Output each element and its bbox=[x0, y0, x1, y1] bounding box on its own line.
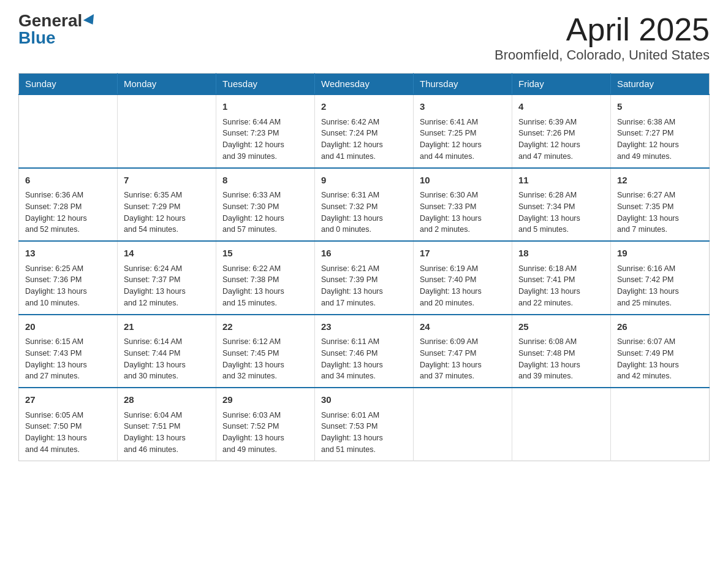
calendar-day-cell: 27Sunrise: 6:05 AM Sunset: 7:50 PM Dayli… bbox=[19, 388, 118, 461]
calendar-week-row: 13Sunrise: 6:25 AM Sunset: 7:36 PM Dayli… bbox=[19, 241, 710, 315]
calendar-day-cell: 7Sunrise: 6:35 AM Sunset: 7:29 PM Daylig… bbox=[118, 168, 216, 242]
calendar-day-cell: 3Sunrise: 6:41 AM Sunset: 7:25 PM Daylig… bbox=[414, 94, 512, 168]
calendar-day-cell: 13Sunrise: 6:25 AM Sunset: 7:36 PM Dayli… bbox=[19, 241, 118, 315]
calendar-day-cell: 9Sunrise: 6:31 AM Sunset: 7:32 PM Daylig… bbox=[315, 168, 414, 242]
calendar-day-cell: 8Sunrise: 6:33 AM Sunset: 7:30 PM Daylig… bbox=[216, 168, 315, 242]
day-number: 2 bbox=[321, 100, 407, 114]
calendar-day-cell bbox=[414, 388, 512, 461]
day-number: 9 bbox=[321, 174, 407, 188]
day-number: 24 bbox=[420, 320, 506, 334]
calendar-day-cell bbox=[19, 94, 118, 168]
col-friday: Friday bbox=[512, 74, 611, 95]
day-number: 16 bbox=[321, 247, 407, 261]
day-number: 18 bbox=[518, 247, 604, 261]
logo-arrow-icon bbox=[83, 14, 98, 28]
day-number: 8 bbox=[222, 174, 308, 188]
col-wednesday: Wednesday bbox=[315, 74, 414, 95]
day-info: Sunrise: 6:14 AM Sunset: 7:44 PM Dayligh… bbox=[124, 336, 210, 382]
day-info: Sunrise: 6:03 AM Sunset: 7:52 PM Dayligh… bbox=[222, 410, 308, 456]
calendar-day-cell: 10Sunrise: 6:30 AM Sunset: 7:33 PM Dayli… bbox=[414, 168, 512, 242]
calendar-day-cell: 23Sunrise: 6:11 AM Sunset: 7:46 PM Dayli… bbox=[315, 315, 414, 388]
calendar-week-row: 20Sunrise: 6:15 AM Sunset: 7:43 PM Dayli… bbox=[19, 315, 710, 388]
calendar-day-cell: 5Sunrise: 6:38 AM Sunset: 7:27 PM Daylig… bbox=[611, 94, 710, 168]
day-number: 30 bbox=[321, 393, 407, 407]
calendar-week-row: 1Sunrise: 6:44 AM Sunset: 7:23 PM Daylig… bbox=[19, 94, 710, 168]
day-number: 6 bbox=[25, 174, 111, 188]
day-number: 3 bbox=[420, 100, 506, 114]
day-number: 25 bbox=[518, 320, 604, 334]
day-number: 15 bbox=[222, 247, 308, 261]
calendar-day-cell bbox=[512, 388, 611, 461]
day-info: Sunrise: 6:28 AM Sunset: 7:34 PM Dayligh… bbox=[518, 190, 604, 236]
day-info: Sunrise: 6:24 AM Sunset: 7:37 PM Dayligh… bbox=[124, 263, 210, 309]
calendar-day-cell: 4Sunrise: 6:39 AM Sunset: 7:26 PM Daylig… bbox=[512, 94, 611, 168]
title-area: April 2025 Broomfield, Colorado, United … bbox=[495, 12, 710, 63]
day-info: Sunrise: 6:36 AM Sunset: 7:28 PM Dayligh… bbox=[25, 190, 111, 236]
day-info: Sunrise: 6:05 AM Sunset: 7:50 PM Dayligh… bbox=[25, 410, 111, 456]
calendar-day-cell: 21Sunrise: 6:14 AM Sunset: 7:44 PM Dayli… bbox=[118, 315, 216, 388]
calendar-day-cell: 19Sunrise: 6:16 AM Sunset: 7:42 PM Dayli… bbox=[611, 241, 710, 315]
day-number: 17 bbox=[420, 247, 506, 261]
page-title: April 2025 bbox=[495, 12, 710, 47]
calendar-body: 1Sunrise: 6:44 AM Sunset: 7:23 PM Daylig… bbox=[19, 94, 710, 461]
days-of-week-row: Sunday Monday Tuesday Wednesday Thursday… bbox=[19, 74, 710, 95]
day-number: 12 bbox=[617, 174, 703, 188]
day-number: 22 bbox=[222, 320, 308, 334]
calendar-day-cell: 18Sunrise: 6:18 AM Sunset: 7:41 PM Dayli… bbox=[512, 241, 611, 315]
calendar-day-cell: 28Sunrise: 6:04 AM Sunset: 7:51 PM Dayli… bbox=[118, 388, 216, 461]
day-info: Sunrise: 6:22 AM Sunset: 7:38 PM Dayligh… bbox=[222, 263, 308, 309]
col-sunday: Sunday bbox=[19, 74, 118, 95]
day-info: Sunrise: 6:09 AM Sunset: 7:47 PM Dayligh… bbox=[420, 336, 506, 382]
calendar-day-cell: 30Sunrise: 6:01 AM Sunset: 7:53 PM Dayli… bbox=[315, 388, 414, 461]
day-number: 26 bbox=[617, 320, 703, 334]
calendar-week-row: 27Sunrise: 6:05 AM Sunset: 7:50 PM Dayli… bbox=[19, 388, 710, 461]
logo: General Blue bbox=[18, 12, 97, 47]
day-number: 13 bbox=[25, 247, 111, 261]
logo-blue-text: Blue bbox=[18, 29, 56, 47]
day-info: Sunrise: 6:38 AM Sunset: 7:27 PM Dayligh… bbox=[617, 117, 703, 163]
day-info: Sunrise: 6:18 AM Sunset: 7:41 PM Dayligh… bbox=[518, 263, 604, 309]
col-tuesday: Tuesday bbox=[216, 74, 315, 95]
day-number: 11 bbox=[518, 174, 604, 188]
day-info: Sunrise: 6:01 AM Sunset: 7:53 PM Dayligh… bbox=[321, 410, 407, 456]
day-info: Sunrise: 6:33 AM Sunset: 7:30 PM Dayligh… bbox=[222, 190, 308, 236]
calendar-day-cell: 25Sunrise: 6:08 AM Sunset: 7:48 PM Dayli… bbox=[512, 315, 611, 388]
calendar-day-cell: 14Sunrise: 6:24 AM Sunset: 7:37 PM Dayli… bbox=[118, 241, 216, 315]
calendar-day-cell: 26Sunrise: 6:07 AM Sunset: 7:49 PM Dayli… bbox=[611, 315, 710, 388]
calendar-header: Sunday Monday Tuesday Wednesday Thursday… bbox=[19, 74, 710, 95]
day-info: Sunrise: 6:16 AM Sunset: 7:42 PM Dayligh… bbox=[617, 263, 703, 309]
day-info: Sunrise: 6:15 AM Sunset: 7:43 PM Dayligh… bbox=[25, 336, 111, 382]
day-number: 5 bbox=[617, 100, 703, 114]
logo-general-text: General bbox=[18, 12, 82, 29]
calendar-day-cell: 1Sunrise: 6:44 AM Sunset: 7:23 PM Daylig… bbox=[216, 94, 315, 168]
calendar-day-cell: 6Sunrise: 6:36 AM Sunset: 7:28 PM Daylig… bbox=[19, 168, 118, 242]
day-number: 23 bbox=[321, 320, 407, 334]
calendar-day-cell: 12Sunrise: 6:27 AM Sunset: 7:35 PM Dayli… bbox=[611, 168, 710, 242]
day-number: 19 bbox=[617, 247, 703, 261]
day-info: Sunrise: 6:07 AM Sunset: 7:49 PM Dayligh… bbox=[617, 336, 703, 382]
day-info: Sunrise: 6:25 AM Sunset: 7:36 PM Dayligh… bbox=[25, 263, 111, 309]
day-info: Sunrise: 6:44 AM Sunset: 7:23 PM Dayligh… bbox=[222, 117, 308, 163]
day-info: Sunrise: 6:11 AM Sunset: 7:46 PM Dayligh… bbox=[321, 336, 407, 382]
day-number: 20 bbox=[25, 320, 111, 334]
day-info: Sunrise: 6:42 AM Sunset: 7:24 PM Dayligh… bbox=[321, 117, 407, 163]
day-info: Sunrise: 6:30 AM Sunset: 7:33 PM Dayligh… bbox=[420, 190, 506, 236]
day-number: 14 bbox=[124, 247, 210, 261]
day-info: Sunrise: 6:31 AM Sunset: 7:32 PM Dayligh… bbox=[321, 190, 407, 236]
day-info: Sunrise: 6:21 AM Sunset: 7:39 PM Dayligh… bbox=[321, 263, 407, 309]
day-number: 1 bbox=[222, 100, 308, 114]
page-subtitle: Broomfield, Colorado, United States bbox=[495, 47, 710, 63]
calendar-day-cell: 11Sunrise: 6:28 AM Sunset: 7:34 PM Dayli… bbox=[512, 168, 611, 242]
calendar-day-cell: 2Sunrise: 6:42 AM Sunset: 7:24 PM Daylig… bbox=[315, 94, 414, 168]
calendar-day-cell: 24Sunrise: 6:09 AM Sunset: 7:47 PM Dayli… bbox=[414, 315, 512, 388]
calendar-day-cell: 20Sunrise: 6:15 AM Sunset: 7:43 PM Dayli… bbox=[19, 315, 118, 388]
day-info: Sunrise: 6:27 AM Sunset: 7:35 PM Dayligh… bbox=[617, 190, 703, 236]
day-number: 29 bbox=[222, 393, 308, 407]
day-info: Sunrise: 6:08 AM Sunset: 7:48 PM Dayligh… bbox=[518, 336, 604, 382]
col-saturday: Saturday bbox=[611, 74, 710, 95]
day-info: Sunrise: 6:39 AM Sunset: 7:26 PM Dayligh… bbox=[518, 117, 604, 163]
day-number: 4 bbox=[518, 100, 604, 114]
day-info: Sunrise: 6:12 AM Sunset: 7:45 PM Dayligh… bbox=[222, 336, 308, 382]
day-number: 7 bbox=[124, 174, 210, 188]
calendar-day-cell: 17Sunrise: 6:19 AM Sunset: 7:40 PM Dayli… bbox=[414, 241, 512, 315]
